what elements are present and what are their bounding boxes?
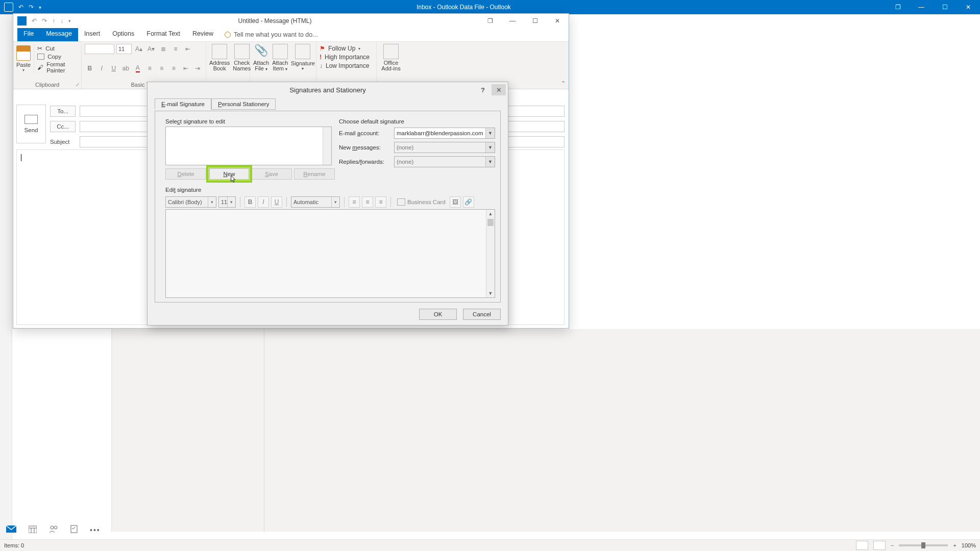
- bold-button[interactable]: B: [244, 196, 256, 208]
- bold-icon[interactable]: B: [85, 63, 95, 73]
- font-size-combo[interactable]: 11▾: [218, 196, 236, 208]
- signature-list[interactable]: [165, 127, 332, 165]
- to-button[interactable]: To...: [50, 106, 76, 117]
- cut-button[interactable]: ✂Cut: [37, 45, 78, 52]
- editor-scrollbar[interactable]: ▲ ▼: [486, 210, 495, 297]
- dialog-close-icon[interactable]: ✕: [492, 84, 506, 95]
- address-book-button[interactable]: Address Book: [209, 44, 230, 71]
- next-icon[interactable]: ↓: [60, 17, 63, 24]
- siglist-scrollbar[interactable]: [323, 127, 331, 165]
- delete-button[interactable]: Delete: [165, 168, 206, 180]
- align-left-icon[interactable]: ≡: [145, 63, 155, 73]
- clipboard-launcher-icon[interactable]: ⤢: [76, 82, 80, 87]
- tab-insert[interactable]: Insert: [78, 28, 106, 41]
- view-reading-icon[interactable]: [873, 541, 886, 550]
- tab-message[interactable]: Message: [40, 28, 78, 41]
- new-button[interactable]: New: [209, 168, 249, 180]
- align-center-icon[interactable]: ≡: [157, 63, 167, 73]
- italic-icon[interactable]: I: [97, 63, 107, 73]
- align-right-button[interactable]: ≡: [375, 196, 386, 208]
- high-importance-button[interactable]: !High Importance: [320, 54, 373, 61]
- replies-forwards-combo[interactable]: (none)▼: [394, 156, 495, 167]
- check-names-button[interactable]: Check Names: [233, 44, 251, 71]
- save-icon[interactable]: [17, 16, 27, 26]
- align-center-button[interactable]: ≡: [362, 196, 373, 208]
- underline-icon[interactable]: U: [109, 63, 119, 73]
- window-restore-icon[interactable]: ❐: [886, 0, 910, 14]
- font-family-combo[interactable]: Calibri (Body)▾: [165, 196, 216, 208]
- save-button[interactable]: Save: [251, 168, 292, 180]
- zoom-out-icon[interactable]: −: [891, 542, 894, 548]
- tab-options[interactable]: Options: [106, 28, 140, 41]
- attach-file-button[interactable]: 📎AttachFile ▾: [253, 44, 269, 72]
- msg-maximize-icon[interactable]: ☐: [524, 14, 546, 28]
- new-messages-combo[interactable]: (none)▼: [394, 142, 495, 153]
- font-size-combo[interactable]: 11: [116, 44, 132, 54]
- align-left-button[interactable]: ≡: [349, 196, 360, 208]
- zoom-in-icon[interactable]: +: [953, 542, 956, 548]
- help-icon[interactable]: ?: [476, 84, 489, 95]
- tab-personal-stationery[interactable]: Personal Stationery: [211, 98, 276, 110]
- cc-button[interactable]: Cc...: [50, 121, 76, 132]
- scroll-down-icon[interactable]: ▼: [486, 289, 495, 297]
- prev-icon[interactable]: ↑: [52, 17, 55, 24]
- signature-editor[interactable]: ▲ ▼: [165, 209, 495, 298]
- window-minimize-icon[interactable]: —: [910, 0, 933, 14]
- msg-minimize-icon[interactable]: —: [501, 14, 524, 28]
- undo-icon[interactable]: ↶: [32, 17, 37, 24]
- tab-email-signature[interactable]: E-mail Signature: [155, 98, 211, 110]
- scroll-thumb[interactable]: [487, 219, 494, 226]
- msg-resize-icon[interactable]: ❐: [479, 14, 501, 28]
- cancel-button[interactable]: Cancel: [463, 309, 501, 320]
- tell-me[interactable]: Tell me what you want to do...: [219, 28, 318, 41]
- low-importance-button[interactable]: ↓Low Importance: [320, 62, 373, 69]
- ok-button[interactable]: OK: [419, 309, 457, 320]
- font-family-combo[interactable]: [85, 44, 114, 54]
- shrink-font-icon[interactable]: A▾: [146, 44, 156, 54]
- italic-button[interactable]: I: [258, 196, 269, 208]
- format-painter-button[interactable]: 🖌Format Painter: [37, 61, 78, 73]
- msg-close-icon[interactable]: ✕: [546, 14, 569, 28]
- font-color-icon[interactable]: A: [133, 63, 143, 73]
- office-addins-button[interactable]: OfficeAdd-ins: [380, 44, 402, 71]
- highlight-icon[interactable]: ab: [121, 63, 131, 73]
- send-button[interactable]: Send: [16, 105, 46, 143]
- window-maximize-icon[interactable]: ☐: [933, 0, 957, 14]
- font-color-combo[interactable]: Automatic▾: [291, 196, 340, 208]
- window-close-icon[interactable]: ✕: [957, 0, 980, 14]
- scroll-up-icon[interactable]: ▲: [486, 210, 495, 218]
- pane-divider[interactable]: [264, 329, 264, 532]
- people-icon[interactable]: [49, 525, 58, 535]
- zoom-slider[interactable]: [899, 544, 948, 546]
- insert-hyperlink-button[interactable]: 🔗: [463, 196, 474, 208]
- indent-left-icon[interactable]: ⇤: [181, 63, 191, 73]
- calendar-icon[interactable]: [29, 525, 37, 535]
- align-right-icon[interactable]: ≡: [169, 63, 179, 73]
- mail-icon[interactable]: [6, 525, 16, 535]
- indent-right-icon[interactable]: ⇥: [193, 63, 203, 73]
- bullets-icon[interactable]: ≣: [158, 44, 168, 54]
- tab-review[interactable]: Review: [186, 28, 219, 41]
- qat-undo-icon[interactable]: ↶: [18, 4, 23, 11]
- paste-button[interactable]: Paste ▾: [16, 44, 34, 73]
- more-icon[interactable]: •••: [90, 526, 101, 534]
- signature-button[interactable]: Signature▾: [291, 44, 314, 72]
- rename-button[interactable]: Rename: [294, 168, 335, 180]
- email-account-combo[interactable]: marklabarr@blenderpassion.com▼: [394, 128, 495, 139]
- insert-picture-button[interactable]: 🖼: [450, 196, 461, 208]
- follow-up-button[interactable]: ⚑Follow Up▾: [320, 45, 373, 52]
- tasks-icon[interactable]: [70, 525, 78, 535]
- business-card-button[interactable]: Business Card: [395, 196, 448, 208]
- underline-button[interactable]: U: [271, 196, 282, 208]
- ribbon-collapse-icon[interactable]: ⌃: [561, 80, 566, 87]
- tab-file[interactable]: File: [17, 28, 40, 41]
- outdent-icon[interactable]: ⇤: [183, 44, 193, 54]
- qat-redo-icon[interactable]: ↷: [29, 4, 34, 11]
- view-normal-icon[interactable]: [856, 541, 868, 550]
- numbering-icon[interactable]: ≡: [170, 44, 181, 54]
- tab-format-text[interactable]: Format Text: [140, 28, 186, 41]
- attach-item-button[interactable]: AttachItem ▾: [272, 44, 288, 72]
- copy-button[interactable]: Copy: [37, 54, 78, 60]
- redo-icon[interactable]: ↷: [42, 17, 47, 24]
- grow-font-icon[interactable]: A▴: [134, 44, 144, 54]
